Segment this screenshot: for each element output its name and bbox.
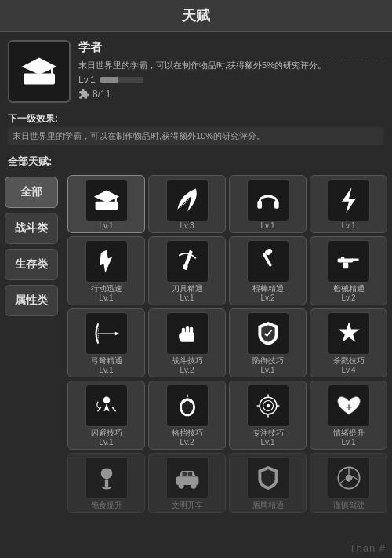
talent-lv-heart: Lv.1 [341,438,355,447]
selected-talent-icon [8,40,71,103]
talent-grid: Lv.1 Lv.3 [67,175,387,513]
sidebar-btn-all[interactable]: 全部 [5,177,58,208]
talent-cell-shield[interactable]: 防御技巧 Lv.1 [229,308,307,377]
talent-cell-food[interactable]: 饱食提升 [67,453,145,513]
talent-grid-area[interactable]: Lv.1 Lv.3 [63,172,392,558]
svg-rect-2 [51,67,53,75]
action-cell-icon [93,247,121,275]
talent-desc: 末日世界里的学霸，可以在制作物品时,获得额外5%的研究评分。 [78,57,384,71]
talent-cell-car[interactable]: 文明开车 [148,453,226,513]
talent-cell-dodge[interactable]: 闪避技巧 Lv.1 [67,381,145,450]
talent-name-kill: 杀戮技巧 [333,356,365,366]
scholar-cell-icon [93,186,121,214]
svg-rect-17 [351,259,358,261]
sidebar-btn-attribute[interactable]: 属性类 [5,285,58,316]
talent-cell-heart[interactable]: 情绪提升 Lv.1 [310,381,387,450]
svg-rect-48 [187,472,191,476]
focus-cell-icon [254,392,282,420]
talent-icon-kill [328,312,370,355]
bow-cell-icon [93,319,121,348]
talent-lv-lightning: Lv.1 [341,221,355,230]
talent-name-shield: 防御技巧 [252,356,284,366]
talent-name-focus: 专注技巧 [252,429,284,438]
svg-point-29 [103,397,110,404]
svg-rect-18 [343,263,348,269]
sidebar-btn-survival[interactable]: 生存类 [5,249,58,280]
talent-name-knife: 刀具精通 [172,284,203,294]
next-level-section: 下一级效果: 末日世界里的学霸，可以在制作物品时,获得额外10%的研究评分。 [0,109,392,151]
lv-section: Lv.1 [78,75,384,86]
lv-label: Lv.1 [78,75,96,86]
talent-cell-drive[interactable]: 谨慎驾驶 [310,453,387,513]
talent-lv-headphone: Lv.1 [260,221,274,230]
talent-name-bow: 弓弩精通 [91,356,122,366]
svg-point-35 [266,404,269,407]
svg-rect-26 [189,327,192,334]
talent-cell-action[interactable]: 行动迅速 Lv.1 [67,236,145,305]
svg-point-7 [114,202,117,204]
next-level-title: 下一级效果: [8,112,384,126]
sidebar: 全部 战斗类 生存类 属性类 [0,172,63,558]
talent-cell-kill[interactable]: 杀戮技巧 Lv.4 [310,308,387,377]
svg-rect-25 [185,326,188,334]
club-cell-icon [254,247,282,275]
talent-name-shield2: 盾牌精通 [252,501,284,510]
svg-rect-16 [337,259,353,263]
talent-lv-kill: Lv.4 [341,366,355,374]
talent-cell-feather[interactable]: Lv.3 [148,175,226,233]
talent-lv-knife: Lv.1 [180,294,194,302]
talent-icon-club [247,240,289,283]
talent-cell-focus[interactable]: 专注技巧 Lv.1 [229,381,307,450]
category-section: 全部天赋: [0,151,392,172]
svg-rect-12 [183,250,192,268]
page-title: 天赋 [0,0,392,32]
svg-rect-9 [257,201,262,209]
car-cell-icon [173,464,201,492]
talent-name-block: 格挡技巧 [172,429,203,438]
talent-icon-shield [247,312,289,355]
lightning-cell-icon [335,186,363,214]
talent-description-area: 学者 末日世界里的学霸，可以在制作物品时,获得额外5%的研究评分。 Lv.1 8… [78,40,384,103]
talent-lv-gun: Lv.2 [341,294,355,302]
svg-rect-10 [274,201,278,209]
shield-cell-icon [254,319,282,348]
talent-info-area: 学者 末日世界里的学霸，可以在制作物品时,获得额外5%的研究评分。 Lv.1 8… [0,32,392,109]
feather-cell-icon [173,186,201,214]
talent-cell-shield2[interactable]: 盾牌精通 [229,453,307,513]
all-talents-label: 全部天赋: [8,155,52,169]
puzzle-info: 8/11 [78,89,384,100]
talent-lv-shield: Lv.1 [260,366,274,374]
talent-icon-block [166,385,209,427]
puzzle-icon [78,89,89,100]
sidebar-btn-combat[interactable]: 战斗类 [5,213,58,244]
talent-cell-headphone[interactable]: Lv.1 [229,175,307,233]
talent-icon-knife [166,240,209,283]
talent-cell-scholar[interactable]: Lv.1 [67,175,145,233]
talent-cell-lightning[interactable]: Lv.1 [310,175,387,233]
lv-progress-bar [100,77,143,83]
talent-icon-headphone [247,179,289,221]
talent-lv-dodge: Lv.1 [99,438,113,447]
talent-icon-feather [166,179,209,221]
talent-icon-heart [328,385,370,427]
talent-icon-action [85,240,128,283]
talent-icon-bow [85,312,128,355]
talent-name-action: 行动迅速 [91,284,122,294]
svg-point-43 [102,487,111,490]
talent-cell-bow[interactable]: 弓弩精通 Lv.1 [67,308,145,377]
talent-icon-dodge [85,385,128,427]
talent-cell-club[interactable]: 棍棒精通 Lv.2 [229,236,307,305]
svg-point-46 [191,483,196,489]
lv-bar-fill [100,77,118,83]
svg-marker-22 [114,332,118,335]
talent-cell-knife[interactable]: 刀具精通 Lv.1 [148,236,226,305]
talent-lv-block: Lv.2 [180,438,194,447]
svg-rect-27 [179,334,182,339]
scholar-icon [20,52,59,91]
svg-rect-6 [114,197,116,202]
talent-icon-shield2 [247,457,289,499]
next-level-desc: 末日世界里的学霸，可以在制作物品时,获得额外10%的研究评分。 [8,127,384,145]
talent-cell-gun[interactable]: 枪械精通 Lv.2 [310,236,387,305]
talent-cell-block[interactable]: 格挡技巧 Lv.2 [148,381,226,450]
talent-cell-fist[interactable]: 战斗技巧 Lv.2 [148,308,226,377]
